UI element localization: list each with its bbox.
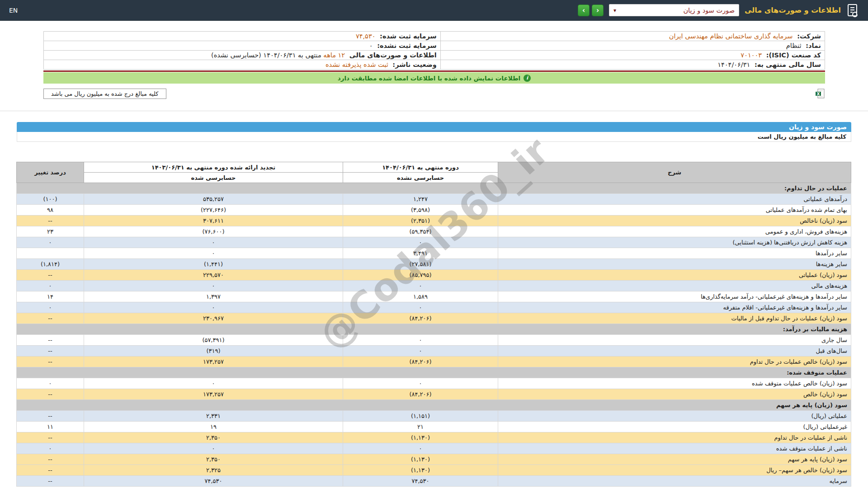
percent-change-cell: --	[17, 476, 84, 487]
symbol-label: نماد:	[806, 42, 821, 49]
current-period-cell: ۰	[343, 237, 498, 248]
col-header-description: شرح	[498, 162, 851, 183]
current-period-cell: (۱,۱۳۰)	[343, 454, 498, 465]
symbol-value: ثنظام	[786, 42, 802, 49]
section-header-row: سود (زیان) پایه هر سهم	[17, 400, 851, 411]
section-header-row: عملیات در حال تداوم:	[17, 183, 851, 194]
period-date: ۱۴۰۴/۰۶/۳۱	[263, 52, 296, 59]
col-header-prior-period: تجدید ارائه شده دوره منتهی به ۱۴۰۳/۰۶/۳۱	[84, 162, 343, 173]
prior-period-cell: ۰	[84, 248, 343, 259]
statement-row: سود (زیان) عملیات در حال تداوم قبل از ما…	[17, 313, 851, 324]
statement-row: هزینه کاهش ارزش دریافتنی‌ها (هزینه استثن…	[17, 237, 851, 248]
percent-change-cell: ۱۱	[17, 422, 84, 432]
col-subheader-prior-audit: حسابرسی شده	[84, 173, 343, 183]
statement-row: عملیاتی (ریال)(۱,۱۵۱)۲,۳۳۱--	[17, 411, 851, 422]
period-months: ۱۲ ماهه	[323, 52, 345, 59]
percent-change-cell: ۰	[17, 302, 84, 313]
statement-row: سود (زیان) خالص عملیات در حال تداوم(۸۴,۲…	[17, 357, 851, 367]
section-divider	[0, 111, 868, 111]
english-language-link[interactable]: EN	[9, 7, 18, 14]
publisher-status-value: ثبت شده پذیرفته نشده	[326, 61, 388, 68]
prior-period-cell: ۲,۳۵۰	[84, 454, 343, 465]
period-suffix: (حسابرسی نشده)	[211, 52, 261, 59]
prior-period-cell: ۱۹	[84, 422, 343, 432]
profit-loss-table-body: عملیات در حال تداوم:درآمدهای عملیاتی۱,۲۴…	[17, 183, 851, 487]
statement-table-wrap: شرح دوره منتهی به ۱۴۰۴/۰۶/۳۱ تجدید ارائه…	[17, 162, 851, 487]
note-row: X کلیه مبالغ درج شده به میلیون ریال می ب…	[43, 88, 825, 99]
statement-row: سایر درآمدها و هزینه‌های غیرعملیاتی- درآ…	[17, 291, 851, 302]
prior-period-cell: ۲,۳۳۱	[84, 411, 343, 422]
percent-change-cell: --	[17, 432, 84, 443]
current-period-cell: (۳,۵۹۸)	[343, 205, 498, 216]
percent-change-cell: ۲۳	[17, 226, 84, 237]
unregistered-capital-cell: سرمایه ثبت نشده: ۰	[44, 41, 441, 51]
prior-period-cell: ۲,۳۲۵	[84, 465, 343, 476]
row-label-cell: سایر درآمدها	[498, 248, 851, 259]
current-period-cell: (۲۷,۵۸۱)	[343, 259, 498, 270]
statement-row: سود (زیان) خالص عملیات متوقف شده۰۰۰	[17, 378, 851, 389]
excel-export-icon[interactable]: X	[815, 89, 825, 99]
statement-row: سایر درآمدها۳,۴۹۱۰	[17, 248, 851, 259]
percent-change-cell: --	[17, 357, 84, 367]
publisher-status-cell: وضعیت ناشر: ثبت شده پذیرفته نشده	[44, 60, 441, 70]
isic-value: ۷۰۱۰۰۳	[741, 52, 762, 59]
statement-section: صورت سود و زیان کلیه مبالغ به میلیون ریا…	[17, 122, 851, 487]
row-label-cell: بهای تمام شده درآمدهای عملیاتی	[498, 205, 851, 216]
registered-capital-cell: سرمایه ثبت شده: ۷۴,۵۳۰	[44, 32, 441, 41]
percent-change-cell	[17, 248, 84, 259]
chevron-left-icon: ‹	[582, 6, 585, 14]
prior-period-cell: ۰	[84, 443, 343, 454]
profit-loss-table: شرح دوره منتهی به ۱۴۰۴/۰۶/۳۱ تجدید ارائه…	[16, 162, 851, 487]
row-label-cell: درآمدهای عملیاتی	[498, 194, 851, 205]
company-name-cell: شرکت: سرمایه گذاری ساختمانی نظام مهندسی …	[440, 32, 825, 41]
statement-row: بهای تمام شده درآمدهای عملیاتی(۳,۵۹۸)(۲۲…	[17, 205, 851, 216]
row-label-cell: سود (زیان) خالص هر سهم– ریال	[498, 465, 851, 476]
info-row: شرکت: سرمایه گذاری ساختمانی نظام مهندسی …	[44, 32, 825, 41]
statement-row: سایر هزینه‌ها(۲۷,۵۸۱)(۱,۴۴۱)(۱,۸۱۴)	[17, 259, 851, 270]
current-period-cell: (۱,۱۵۱)	[343, 411, 498, 422]
statement-row: سال‌های قبل۰(۳۱۹)--	[17, 346, 851, 357]
current-period-cell: ۱,۵۸۹	[343, 291, 498, 302]
row-label-cell: ناشی از عملیات متوقف شده	[498, 443, 851, 454]
unregistered-capital-value: ۰	[369, 42, 373, 49]
percent-change-cell: ۱۴	[17, 291, 84, 302]
prior-period-cell: ۲۳۰,۹۶۷	[84, 313, 343, 324]
prior-period-cell: ۰	[84, 302, 343, 313]
row-label-cell: سود (زیان) عملیات در حال تداوم قبل از ما…	[498, 313, 851, 324]
row-label-cell: سود (زیان) ناخالص	[498, 216, 851, 226]
prev-statement-button[interactable]: ‹	[578, 5, 590, 16]
statement-row: درآمدهای عملیاتی۱,۲۴۷۵۳۵,۲۵۷(۱۰۰)	[17, 194, 851, 205]
unregistered-capital-label: سرمایه ثبت نشده:	[377, 42, 437, 49]
percent-change-cell: --	[17, 346, 84, 357]
section-label-cell: سود (زیان) پایه هر سهم	[17, 400, 851, 411]
table-header-row-1: شرح دوره منتهی به ۱۴۰۴/۰۶/۳۱ تجدید ارائه…	[17, 162, 851, 173]
percent-change-cell: ۹۸	[17, 205, 84, 216]
current-period-cell: (۵۹,۳۵۴)	[343, 226, 498, 237]
current-period-cell: ۰	[343, 378, 498, 389]
company-info-section: شرکت: سرمایه گذاری ساختمانی نظام مهندسی …	[43, 31, 825, 99]
top-bar: اطلاعات و صورت‌های مالی صورت سود و زیان …	[0, 0, 868, 21]
prior-period-cell: ۱,۳۹۷	[84, 291, 343, 302]
current-period-cell: ۷۴,۵۳۰	[343, 476, 498, 487]
amounts-note-box: کلیه مبالغ درج شده به میلیون ریال می باش…	[43, 89, 166, 99]
report-type-select[interactable]: صورت سود و زیان ▾	[609, 4, 739, 16]
prior-period-cell: ۰	[84, 237, 343, 248]
statement-row: ناشی از عملیات متوقف شده۰۰۰	[17, 443, 851, 454]
percent-change-cell: --	[17, 389, 84, 400]
row-label-cell: سود (زیان) خالص	[498, 389, 851, 400]
page-title: اطلاعات و صورت‌های مالی	[745, 6, 841, 14]
red-divider	[43, 70, 825, 72]
statement-title-bar: صورت سود و زیان	[17, 122, 851, 132]
statement-row: سود (زیان) پایه هر سهم(۱,۱۳۰)۲,۳۵۰--	[17, 454, 851, 465]
next-statement-button[interactable]: ›	[592, 5, 604, 16]
current-period-cell: ۰	[343, 443, 498, 454]
info-icon: i	[524, 75, 531, 82]
section-header-row: عملیات متوقف شده:	[17, 367, 851, 378]
percent-change-cell: ۰	[17, 281, 84, 291]
financial-statements-icon	[846, 3, 859, 18]
statement-row: سود (زیان) عملیاتی(۸۵,۷۹۵)۲۲۹,۵۷۰--	[17, 270, 851, 281]
percent-change-cell: ۰	[17, 443, 84, 454]
row-label-cell: سود (زیان) عملیاتی	[498, 270, 851, 281]
symbol-cell: نماد: ثنظام	[440, 41, 825, 51]
row-label-cell: غیرعملیاتی (ریال)	[498, 422, 851, 432]
